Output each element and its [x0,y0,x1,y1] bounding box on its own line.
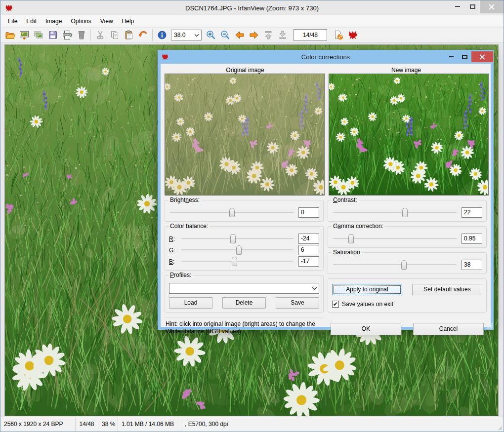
dialog-maximize-button[interactable] [458,52,471,62]
menu-options[interactable]: Options [66,15,95,27]
green-slider[interactable] [180,245,294,255]
maximize-icon [462,55,467,59]
cut-button[interactable] [93,28,107,42]
last-file-button[interactable] [275,28,290,42]
zoom-in-icon [206,30,216,40]
slider-thumb[interactable] [229,208,235,217]
saturation-slider[interactable] [332,260,458,270]
dialog-close-button[interactable] [471,51,493,62]
first-file-button[interactable] [261,28,275,42]
trash-icon [76,30,87,40]
gamma-label: Gamma correction: [332,223,385,230]
slider-thumb[interactable] [236,245,242,255]
close-button[interactable] [480,0,504,13]
plugins-button[interactable] [345,28,360,42]
menu-file[interactable]: File [3,15,22,27]
save-values-checkbox[interactable]: ✔ [332,301,339,308]
toolbar-separator [152,29,153,41]
irfanview-devil-icon [347,30,358,40]
apply-to-original-button[interactable]: Apply to original [332,284,402,295]
toolbar-separator [90,29,91,41]
brightness-label: Brightness: [168,196,201,203]
menu-view[interactable]: View [96,15,118,27]
printer-icon [62,30,73,40]
undo-arrow-icon [138,30,149,40]
menu-image[interactable]: Image [41,15,66,27]
color-balance-label: Color balance: [168,223,210,230]
blue-value[interactable]: -17 [298,256,319,267]
status-camera-info: , E5700, 300 dpi [181,417,504,432]
red-label: R: [169,236,176,242]
menu-edit[interactable]: Edit [22,15,41,27]
checkmark-icon: ✔ [333,301,338,307]
slider-thumb[interactable] [402,208,408,217]
status-image-dimensions: 2560 x 1920 x 24 BPP [0,417,76,432]
dialog-resize-grip[interactable] [486,322,493,329]
next-file-button[interactable] [247,28,261,42]
info-icon [157,30,168,40]
chevron-down-icon [192,34,201,37]
ok-button[interactable]: OK [331,323,401,335]
dialog-body: Original image New image Brightness: 0 [161,64,491,327]
save-button[interactable] [45,28,60,42]
chevron-down-icon [310,286,319,290]
cancel-button[interactable]: Cancel [413,323,484,335]
menu-help[interactable]: Help [118,15,139,27]
slider-thumb[interactable] [230,234,236,243]
load-button[interactable]: Load [169,297,212,309]
contrast-slider[interactable] [332,208,458,217]
arrow-down-bar-icon [277,30,288,40]
statusbar-resize-grip[interactable] [497,425,503,431]
save-profile-button[interactable]: Save [276,297,319,309]
copy-button[interactable] [107,28,122,42]
irfanview-window: DSCN1764.JPG - IrfanView (Zoom: 973 x 73… [0,0,504,432]
delete-button[interactable] [74,28,88,42]
slideshow-button[interactable] [17,28,31,42]
paste-button[interactable] [122,28,136,42]
gamma-value[interactable]: 0.95 [462,234,482,244]
window-titlebar: DSCN1764.JPG - IrfanView (Zoom: 973 x 73… [0,0,504,15]
saturation-value[interactable]: 38 [462,260,482,270]
red-slider[interactable] [180,234,294,243]
properties-button[interactable] [331,28,345,42]
minimize-button[interactable] [450,0,465,12]
open-folder-icon [4,30,15,40]
maximize-button[interactable] [465,0,480,12]
maximize-icon [470,4,475,9]
color-corrections-dialog: Color corrections Original image New ima… [158,50,494,330]
original-image-preview[interactable] [165,74,325,196]
dialog-minimize-button[interactable] [445,52,458,62]
gamma-slider[interactable] [332,234,458,243]
hint-text: Hint: click into original image (bright … [165,317,324,335]
zoom-in-button[interactable] [204,28,218,42]
red-value[interactable]: -24 [298,234,319,244]
green-value[interactable]: 6 [298,245,319,255]
arrow-up-bar-icon [263,30,274,40]
slider-thumb[interactable] [348,234,354,243]
info-button[interactable] [155,28,169,42]
brightness-slider[interactable] [169,208,294,217]
thumbnails-button[interactable] [31,28,45,42]
close-icon [489,4,495,10]
set-default-values-button[interactable]: Set default values [412,284,482,295]
zoom-out-button[interactable] [218,28,232,42]
color-balance-group: Color balance: R: -24 G: 6 B: [165,226,324,271]
slider-thumb[interactable] [232,257,237,266]
zoom-combobox[interactable]: 38.0 [171,30,202,40]
dialog-titlebar[interactable]: Color corrections [158,50,494,64]
blue-slider[interactable] [180,257,294,266]
open-file-button[interactable] [2,28,17,42]
previous-file-button[interactable] [232,28,247,42]
print-button[interactable] [60,28,74,42]
page-indicator[interactable]: 14/48 [294,29,327,41]
save-values-label: Save values on exit [342,301,393,308]
undo-button[interactable] [136,28,150,42]
slider-thumb[interactable] [401,260,407,270]
original-image-label: Original image [165,67,326,74]
brightness-value[interactable]: 0 [298,207,319,218]
delete-button[interactable]: Delete [222,297,266,309]
close-icon [479,54,485,60]
profiles-combobox[interactable] [169,283,319,294]
status-bar: 2560 x 1920 x 24 BPP 14/48 38 % 1.01 MB … [0,417,504,432]
contrast-value[interactable]: 22 [462,207,482,218]
